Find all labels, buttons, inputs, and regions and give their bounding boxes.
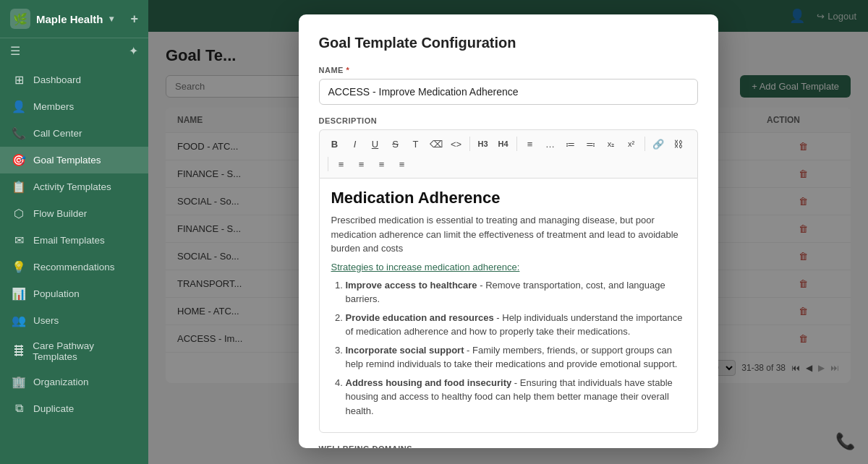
members-icon: 👤 [12,100,26,113]
main-content: 👤 ↪ Logout Goal Te... + Add Goal Templat… [148,0,868,464]
toolbar-divider [644,137,645,151]
list-item: Provide education and resources - Help i… [346,311,686,339]
sidebar-item-activity-templates[interactable]: 📋 Activity Templates [0,173,148,200]
flow-builder-icon: ⬡ [12,207,26,220]
sidebar-item-label: Users [33,315,59,326]
sidebar-item-care-pathway[interactable]: 🛤 Care Pathway Templates [0,334,148,369]
toolbar-divider [328,157,328,171]
duplicate-icon: ⧉ [12,402,26,415]
list-item: Improve access to healthcare - Remove tr… [346,278,686,306]
goal-templates-icon: 🎯 [12,153,26,167]
sidebar-item-members[interactable]: 👤 Members [0,93,148,120]
toolbar-divider [516,137,517,151]
sidebar-top-icons: ☰ ✦ [0,38,148,64]
sidebar-item-organization[interactable]: 🏢 Organization [0,369,148,395]
sidebar-item-label: Members [33,101,74,112]
sidebar-item-recommendations[interactable]: 💡 Recommendations [0,254,148,280]
editor-paragraph: Prescribed medication is essential to tr… [331,213,686,256]
editor-content-area[interactable]: Medication Adherence Prescribed medicati… [319,178,698,433]
sidebar-item-duplicate[interactable]: ⧉ Duplicate [0,395,148,421]
align-left2-button[interactable]: ≡ [332,155,351,173]
plus-icon[interactable]: + [130,12,138,27]
chevron-down-icon[interactable]: ▾ [109,14,114,24]
strikethrough-button[interactable]: S [386,134,405,153]
sidebar-item-label: Population [33,288,80,299]
users-icon: 👥 [12,314,26,327]
sidebar-item-call-center[interactable]: 📞 Call Center [0,120,148,147]
menu-icon[interactable]: ☰ [10,44,20,58]
align-justify-button[interactable]: ≡ [393,155,412,173]
sidebar-item-label: Goal Templates [33,155,101,166]
link-button[interactable]: 🔗 [649,134,668,153]
sidebar-item-label: Organization [33,377,89,387]
population-icon: 📊 [12,287,26,301]
ordered-list-button[interactable]: ≔ [561,134,580,153]
sidebar-item-label: Call Center [33,128,82,139]
activity-templates-icon: 📋 [12,180,26,194]
editor-title: Medication Adherence [331,189,686,207]
sidebar-item-label: Email Templates [33,235,105,246]
unordered-list-button[interactable]: ≕ [582,134,600,153]
description-label: DESCRIPTION [319,116,698,125]
sidebar-header: 🌿 Maple Health ▾ + [0,0,148,38]
sidebar-item-flow-builder[interactable]: ⬡ Flow Builder [0,200,148,227]
call-center-icon: 📞 [12,126,26,140]
superscript-button[interactable]: x² [622,134,641,153]
sidebar-item-population[interactable]: 📊 Population [0,280,148,307]
wellbeing-domains-label: WELLBEING DOMAINS [319,444,698,448]
h3-button[interactable]: H3 [474,134,493,153]
care-pathway-icon: 🛤 [12,345,25,358]
list-item: Incorporate social support - Family memb… [346,343,686,371]
sidebar-item-label: Care Pathway Templates [33,340,137,362]
organization-icon: 🏢 [12,375,26,389]
recommendations-icon: 💡 [12,260,26,274]
text-button[interactable]: T [407,134,425,153]
more-button[interactable]: … [541,134,560,153]
modal: Goal Template Configuration NAME * DESCR… [299,14,718,448]
modal-overlay: Goal Template Configuration NAME * DESCR… [148,0,868,464]
sidebar-item-label: Duplicate [33,403,74,414]
subscript-button[interactable]: x₂ [602,134,621,153]
editor-link[interactable]: Strategies to increase medication adhere… [331,262,686,272]
sidebar-item-label: Recommendations [33,262,115,272]
sidebar-item-email-templates[interactable]: ✉ Email Templates [0,227,148,254]
editor-toolbar: B I U S T ⌫ <> H3 H4 ≡ … ≔ ≕ x₂ x² 🔗 ⛓ [319,129,698,178]
underline-button[interactable]: U [366,134,385,153]
italic-button[interactable]: I [346,134,365,153]
align-center-button[interactable]: ≡ [352,155,371,173]
dashboard-icon: ⊞ [12,73,26,87]
bold-button[interactable]: B [326,134,344,153]
sidebar-item-goal-templates[interactable]: 🎯 Goal Templates [0,147,148,173]
name-label: NAME * [319,66,698,74]
list-item: Address housing and food insecurity - En… [346,376,686,418]
align-left-button[interactable]: ≡ [521,134,540,153]
sidebar-item-dashboard[interactable]: ⊞ Dashboard [0,66,148,93]
sparkle-icon[interactable]: ✦ [129,44,138,58]
name-input[interactable] [319,79,698,105]
unlink-button[interactable]: ⛓ [669,134,688,153]
align-right-button[interactable]: ≡ [373,155,391,173]
app-logo: 🌿 [10,9,30,29]
code-button[interactable]: <> [447,134,466,153]
sidebar-item-label: Flow Builder [33,208,87,219]
sidebar: 🌿 Maple Health ▾ + ☰ ✦ ⊞ Dashboard 👤 Mem… [0,0,148,464]
editor-list: Improve access to healthcare - Remove tr… [331,278,686,418]
erase-button[interactable]: ⌫ [427,134,446,153]
sidebar-item-label: Activity Templates [33,181,111,192]
sidebar-item-label: Dashboard [33,74,81,85]
modal-title: Goal Template Configuration [319,35,698,51]
sidebar-nav: ⊞ Dashboard 👤 Members 📞 Call Center 🎯 Go… [0,64,148,464]
sidebar-item-users[interactable]: 👥 Users [0,307,148,334]
app-name: Maple Health [36,13,103,25]
email-templates-icon: ✉ [12,233,26,247]
toolbar-divider [469,137,470,151]
h4-button[interactable]: H4 [494,134,513,153]
